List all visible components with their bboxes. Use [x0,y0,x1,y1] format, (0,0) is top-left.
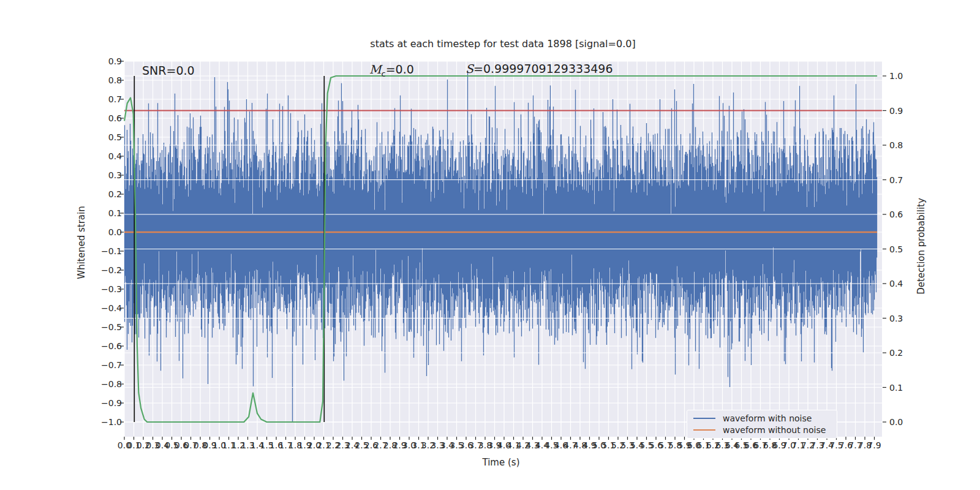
legend-item-clean: waveform without noise [693,424,831,435]
legend-label: waveform with noise [723,413,812,423]
legend-line-sample-blue [693,418,715,419]
figure: stats at each timestep for test data 189… [0,0,980,490]
legend: waveform with noise waveform without noi… [687,410,837,439]
legend-label: waveform without noise [723,425,826,435]
legend-line-sample-orange [693,429,715,431]
legend-item-noise: waveform with noise [693,412,831,424]
